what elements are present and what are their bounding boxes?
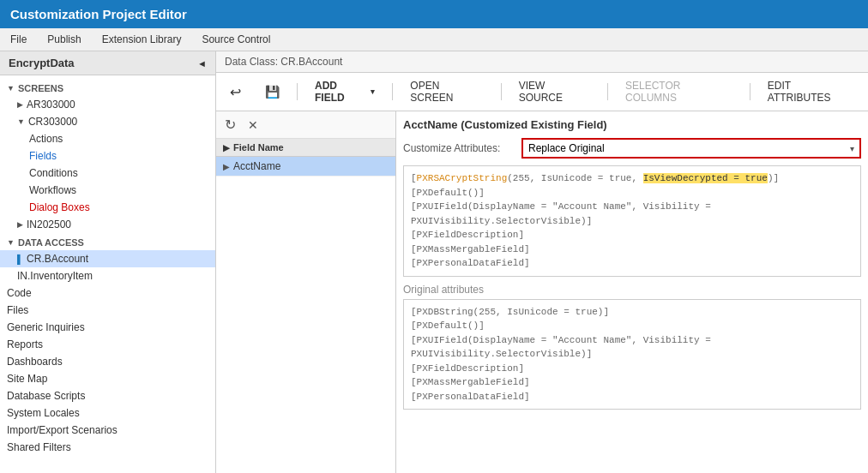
field-list-header: ▶ Field Name	[216, 139, 395, 157]
tree-ar303000[interactable]: ▶ AR303000	[0, 96, 215, 113]
project-name: EncryptData	[9, 57, 75, 69]
tree-in-inventoryitem[interactable]: IN.InventoryItem	[0, 267, 215, 284]
menu-source-control[interactable]: Source Control	[198, 32, 274, 47]
tree-dashboards[interactable]: Dashboards	[0, 353, 215, 370]
field-list-panel: ↻ ✕ ▶ Field Name ▶ AcctName	[216, 111, 396, 473]
code-line-5: [PXMassMergableField]	[411, 242, 853, 257]
inner-content: ↻ ✕ ▶ Field Name ▶ AcctName AcctName (Cu…	[216, 111, 868, 473]
tree-shared-filters[interactable]: Shared Filters	[0, 439, 215, 456]
tree-workflows[interactable]: Workflows	[0, 182, 215, 199]
attr-row: Customize Attributes: Replace Original E…	[403, 138, 861, 159]
tree-cr-baccount[interactable]: ▌ CR.BAccount	[0, 250, 215, 267]
field-list-toolbar: ↻ ✕	[216, 111, 395, 139]
selector-columns-button: SELECTOR COLUMNS	[618, 77, 739, 106]
code-line-3: [PXUIField(DisplayName = "Account Name",…	[411, 200, 853, 228]
menu-file[interactable]: File	[7, 32, 30, 47]
tree-dialog-boxes[interactable]: Dialog Boxes	[0, 199, 215, 216]
tree-cr303000[interactable]: ▼ CR303000	[0, 113, 215, 130]
triangle-data-access: ▼	[7, 238, 15, 247]
original-code-box: [PXDBString(255, IsUnicode = true)] [PXD…	[403, 299, 861, 410]
orig-code-line-5: [PXMassMergableField]	[411, 375, 853, 390]
view-source-button[interactable]: VIEW SOURCE	[512, 77, 597, 106]
data-class-bar: Data Class: CR.BAccount	[216, 51, 868, 73]
tree-generic-inquiries[interactable]: Generic Inquiries	[0, 319, 215, 336]
toolbar-divider-1	[297, 83, 298, 100]
refresh-button[interactable]: ↻	[221, 115, 239, 135]
orig-code-line-4: [PXFieldDescription]	[411, 362, 853, 376]
code-line-4: [PXFieldDescription]	[411, 228, 853, 242]
field-detail-panel: AcctName (Customized Existing Field) Cus…	[396, 111, 868, 473]
title-bar: Customization Project Editor	[0, 0, 868, 28]
tree-code[interactable]: Code	[0, 284, 215, 302]
add-field-arrow: ▾	[371, 87, 375, 96]
app-title: Customization Project Editor	[10, 7, 187, 21]
toolbar: ↩ 💾 ADD FIELD ▾ OPEN SCREEN VIEW SOURCE …	[216, 73, 868, 111]
tree-in202500[interactable]: ▶ IN202500	[0, 216, 215, 233]
toolbar-divider-5	[750, 83, 750, 100]
field-list-items: ▶ AcctName	[216, 157, 395, 473]
toolbar-divider-3	[501, 83, 502, 100]
tree-fields[interactable]: Fields	[0, 147, 215, 165]
sidebar-header: EncryptData ◄	[0, 51, 215, 75]
menu-bar: File Publish Extension Library Source Co…	[0, 28, 868, 51]
orig-code-line-1: [PXDBString(255, IsUnicode = true)]	[411, 305, 853, 320]
tree-reports[interactable]: Reports	[0, 336, 215, 353]
menu-publish[interactable]: Publish	[44, 32, 84, 47]
open-screen-button[interactable]: OPEN SCREEN	[403, 77, 490, 106]
section-screens: ▼ SCREENS	[0, 79, 215, 96]
field-item-acctname[interactable]: ▶ AcctName	[216, 157, 395, 177]
save-button[interactable]: 💾	[258, 82, 286, 101]
delete-button[interactable]: ✕	[244, 117, 262, 134]
tree-import-export[interactable]: Import/Export Scenarios	[0, 422, 215, 439]
data-class-label: Data Class: CR.BAccount	[225, 56, 342, 68]
code-box: [PXRSACryptString(255, IsUnicode = true,…	[403, 165, 861, 277]
tree-actions[interactable]: Actions	[0, 130, 215, 147]
content-area: Data Class: CR.BAccount ↩ 💾 ADD FIELD ▾ …	[216, 51, 868, 473]
toolbar-divider-2	[392, 83, 393, 100]
sidebar-collapse-icon[interactable]: ◄	[197, 58, 207, 69]
collapse-field-list[interactable]: ▶	[223, 143, 230, 153]
code-line-1: [PXRSACryptString(255, IsUnicode = true,…	[411, 171, 853, 186]
tree-conditions[interactable]: Conditions	[0, 165, 215, 182]
orig-code-line-2: [PXDefault()]	[411, 319, 853, 333]
orig-code-line-3: [PXUIField(DisplayName = "Account Name",…	[411, 333, 853, 362]
original-attrs-label: Original attributes	[403, 284, 861, 296]
sidebar-content: ▼ SCREENS ▶ AR303000 ▼ CR303000 Actions …	[0, 75, 215, 473]
tree-system-locales[interactable]: System Locales	[0, 404, 215, 422]
main-layout: EncryptData ◄ ▼ SCREENS ▶ AR303000 ▼ CR3…	[0, 51, 868, 473]
section-data-access: ▼ DATA ACCESS	[0, 233, 215, 250]
undo-button[interactable]: ↩	[223, 81, 248, 103]
tree-site-map[interactable]: Site Map	[0, 370, 215, 387]
tree-database-scripts[interactable]: Database Scripts	[0, 387, 215, 404]
triangle-screens: ▼	[7, 84, 15, 93]
menu-extension-library[interactable]: Extension Library	[99, 32, 185, 47]
sidebar: EncryptData ◄ ▼ SCREENS ▶ AR303000 ▼ CR3…	[0, 51, 216, 473]
toolbar-divider-4	[607, 83, 608, 100]
tree-files[interactable]: Files	[0, 302, 215, 319]
customize-attrs-select[interactable]: Replace Original Extend Original	[523, 140, 859, 157]
field-detail-title: AcctName (Customized Existing Field)	[403, 118, 861, 131]
orig-code-line-6: [PXPersonalDataField]	[411, 390, 853, 404]
code-line-2: [PXDefault()]	[411, 186, 853, 201]
add-field-button[interactable]: ADD FIELD ▾	[308, 77, 382, 106]
customize-attrs-label: Customize Attributes:	[403, 142, 515, 154]
code-line-6: [PXPersonalDataField]	[411, 256, 853, 271]
field-expand-icon: ▶	[223, 162, 230, 171]
customize-attrs-wrapper: Replace Original Extend Original ▾	[521, 138, 861, 159]
edit-attributes-button[interactable]: EDIT ATTRIBUTES	[761, 77, 861, 106]
